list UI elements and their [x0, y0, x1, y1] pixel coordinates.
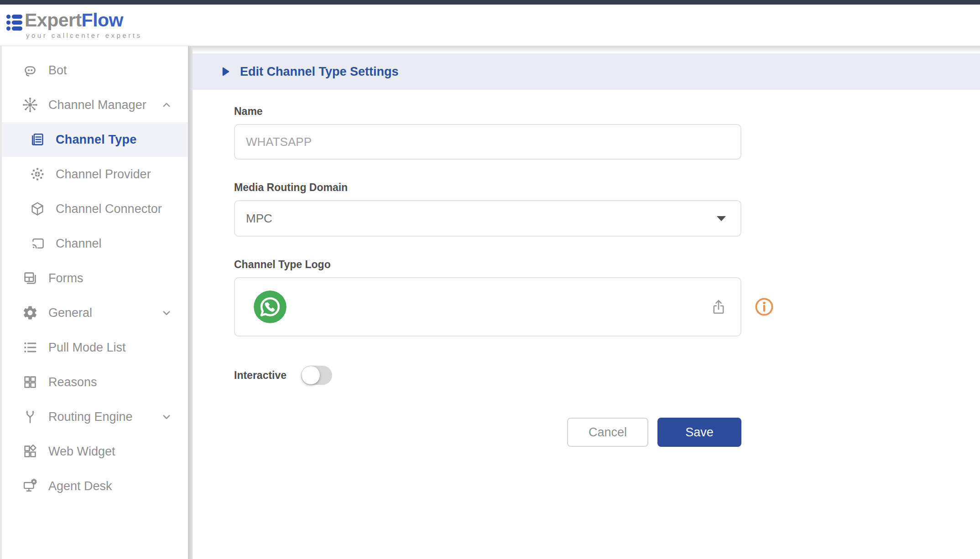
page-title: Edit Channel Type Settings [240, 65, 399, 79]
interactive-toggle[interactable] [301, 366, 332, 385]
sidebar-item-label: Channel Type [56, 133, 136, 147]
cast-icon [29, 235, 46, 252]
sidebar-divider [188, 46, 193, 559]
cancel-button[interactable]: Cancel [567, 418, 648, 447]
header-shadow [193, 46, 980, 53]
whatsapp-icon [253, 290, 287, 324]
sidebar-item-label: Web Widget [48, 445, 115, 459]
sidebar-item-channel-provider[interactable]: Channel Provider [2, 157, 188, 192]
sidebar-item-label: Routing Engine [48, 410, 133, 424]
widget-icon [22, 443, 38, 460]
sidebar-item-channel[interactable]: Channel [2, 226, 188, 261]
main-content: Edit Channel Type Settings Name Media Ro… [193, 46, 980, 559]
sidebar-item-pull-mode-list[interactable]: Pull Mode List [2, 330, 188, 365]
channel-type-logo-label: Channel Type Logo [234, 259, 741, 271]
top-window-strip [0, 0, 980, 5]
sidebar-item-label: Bot [48, 63, 67, 78]
media-routing-domain-value: MPC [246, 212, 272, 226]
sidebar-item-channel-type[interactable]: Channel Type [2, 122, 188, 157]
sidebar-item-channel-manager[interactable]: Channel Manager [2, 88, 188, 122]
sidebar-item-label: General [48, 306, 92, 320]
dots-list-mark-icon [6, 15, 22, 31]
name-label: Name [234, 105, 741, 118]
play-icon [222, 67, 230, 77]
media-routing-domain-select[interactable]: MPC [234, 200, 741, 237]
brand-name: ExpertFlow [25, 10, 142, 30]
chevron-down-icon [160, 410, 173, 424]
channel-type-form: Name Media Routing Domain MPC Channel Ty… [234, 105, 741, 447]
logo-upload-box[interactable] [234, 277, 741, 336]
hub-icon [22, 97, 38, 113]
sidebar-item-agent-desk[interactable]: Agent Desk [2, 469, 188, 503]
form-actions: Cancel Save [234, 418, 741, 447]
desk-icon [22, 478, 38, 494]
sidebar-item-bot[interactable]: Bot [2, 53, 188, 88]
sidebar-item-routing-engine[interactable]: Routing Engine [2, 399, 188, 434]
cube-icon [29, 201, 46, 217]
save-button[interactable]: Save [657, 418, 741, 447]
sidebar-item-label: Channel Manager [48, 98, 146, 112]
brand-logo: ExpertFlow your callcenter experts [6, 10, 142, 39]
sidebar-item-general[interactable]: General [2, 295, 188, 330]
media-routing-domain-label: Media Routing Domain [234, 181, 741, 194]
info-icon[interactable] [754, 297, 774, 317]
brand-text: ExpertFlow your callcenter experts [25, 10, 142, 39]
sidebar-item-reasons[interactable]: Reasons [2, 365, 188, 399]
grid-icon [22, 374, 38, 390]
sidebar-item-label: Reasons [48, 375, 97, 389]
interactive-label: Interactive [234, 369, 287, 382]
list-icon [22, 339, 38, 356]
sidebar-item-label: Channel Provider [56, 167, 151, 181]
toggle-knob [302, 366, 320, 384]
chevron-down-icon [160, 306, 173, 320]
logo-row [234, 271, 741, 336]
sidebar-item-label: Channel Connector [56, 202, 162, 216]
caret-down-icon [716, 215, 727, 222]
sidebar: Bot Channel Manager [0, 46, 188, 559]
sidebar-item-label: Agent Desk [48, 479, 112, 493]
interactive-row: Interactive [234, 366, 741, 385]
sidebar-item-label: Channel [56, 237, 102, 251]
route-icon [22, 409, 38, 425]
page-title-band: Edit Channel Type Settings [193, 53, 980, 90]
gear-icon [22, 305, 38, 321]
sidebar-item-label: Pull Mode List [48, 341, 126, 355]
chevron-up-icon [160, 98, 173, 112]
sidebar-item-forms[interactable]: Forms [2, 261, 188, 295]
bot-icon [22, 62, 38, 78]
app-header: ExpertFlow your callcenter experts [0, 5, 980, 46]
document-list-icon [29, 131, 46, 148]
upload-icon[interactable] [710, 298, 727, 316]
brand-tagline: your callcenter experts [26, 31, 142, 39]
sidebar-item-web-widget[interactable]: Web Widget [2, 434, 188, 469]
sidebar-item-channel-connector[interactable]: Channel Connector [2, 192, 188, 226]
name-input[interactable] [234, 124, 741, 160]
gear-dots-icon [29, 166, 46, 182]
sidebar-item-label: Forms [48, 271, 83, 285]
forms-icon [22, 270, 38, 286]
